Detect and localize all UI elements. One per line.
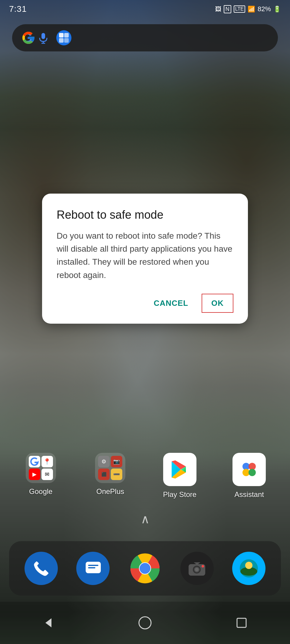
dialog-backdrop: Reboot to safe mode Do you want to reboo… bbox=[0, 0, 290, 644]
dialog-buttons: CANCEL OK bbox=[57, 294, 233, 313]
cancel-button[interactable]: CANCEL bbox=[147, 294, 196, 313]
reboot-dialog: Reboot to safe mode Do you want to reboo… bbox=[42, 194, 248, 324]
dialog-message: Do you want to reboot into safe mode? Th… bbox=[57, 229, 233, 282]
dialog-title: Reboot to safe mode bbox=[57, 208, 233, 222]
ok-button[interactable]: OK bbox=[202, 294, 233, 313]
